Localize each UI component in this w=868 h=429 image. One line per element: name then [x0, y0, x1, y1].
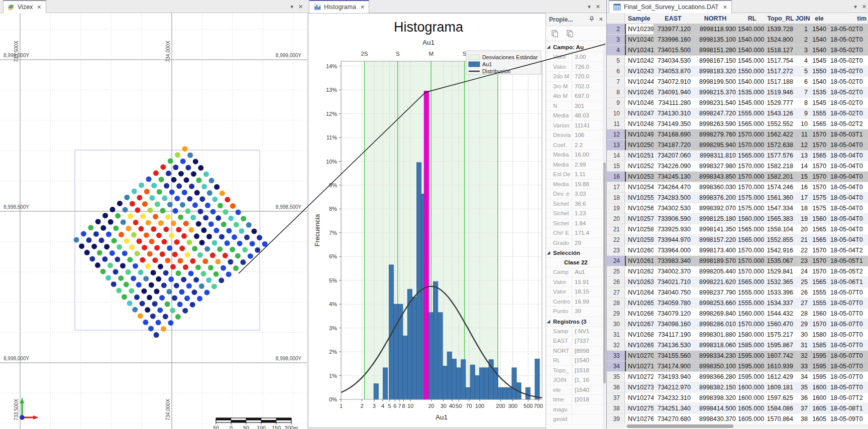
histogram-bar[interactable] — [512, 368, 516, 399]
cell-rl[interactable]: 1595.000 — [738, 372, 766, 382]
cell-rl[interactable]: 1570.000 — [738, 319, 766, 330]
cell-ele[interactable]: 1600 — [810, 393, 828, 403]
cell-tim[interactable]: 18-05-07T2 — [828, 393, 868, 403]
cell-join[interactable]: 13 — [795, 151, 810, 161]
table-row[interactable]: 34NV10271734174.9008998350.1001595.00016… — [607, 361, 868, 372]
column-header-north[interactable]: NORTH — [693, 13, 738, 24]
survey-point[interactable] — [181, 233, 187, 239]
cell-join[interactable]: 11 — [795, 129, 810, 140]
row-number[interactable]: 30 — [607, 319, 625, 330]
cell-tim[interactable]: 18-05-04T0 — [828, 161, 868, 172]
cell-east[interactable]: 734283.500 — [654, 193, 693, 203]
survey-point[interactable] — [81, 231, 86, 236]
cell-join[interactable]: 3 — [795, 45, 810, 56]
cell-tim[interactable]: 18-05-04T0 — [828, 140, 868, 151]
cell-topo_rl[interactable]: 1558.104 — [766, 224, 795, 235]
survey-point[interactable] — [158, 220, 164, 226]
cell-rl[interactable]: 1570.000 — [738, 245, 766, 256]
survey-point[interactable] — [196, 221, 201, 227]
survey-point[interactable] — [172, 295, 177, 301]
cell-join[interactable]: 24 — [795, 266, 810, 277]
survey-point[interactable] — [84, 250, 90, 255]
survey-point[interactable] — [226, 271, 232, 277]
cell-tim[interactable]: 18-05-07T0 — [828, 288, 868, 298]
cell-rl[interactable]: 1555.000 — [738, 298, 766, 309]
cell-topo_rl[interactable]: 1574.246 — [766, 182, 795, 193]
row-number[interactable]: 31 — [607, 330, 625, 340]
cell-rl[interactable]: 1575.000 — [738, 193, 766, 203]
survey-point[interactable] — [121, 219, 126, 225]
survey-point[interactable] — [241, 216, 246, 221]
cell-east[interactable]: 734059.780 — [654, 298, 693, 309]
cell-tim[interactable]: 18-05-04T0 — [828, 151, 868, 161]
cell-north[interactable]: 8998157.220 — [693, 235, 738, 245]
survey-point[interactable] — [232, 234, 237, 240]
survey-point[interactable] — [214, 184, 220, 190]
survey-point[interactable] — [151, 270, 156, 275]
survey-point[interactable] — [206, 277, 211, 283]
cell-rl[interactable]: 1605.000 — [738, 414, 766, 424]
survey-point[interactable] — [111, 281, 117, 287]
cell-north[interactable]: 8998135.100 — [693, 35, 738, 45]
survey-point[interactable] — [230, 247, 235, 252]
row-number[interactable]: 11 — [607, 119, 625, 129]
cell-east[interactable]: 734270.680 — [654, 414, 693, 424]
cell-sample[interactable]: NV10259 — [625, 235, 654, 245]
cell-sample[interactable]: NV10257 — [625, 214, 654, 224]
row-number[interactable]: 4 — [607, 45, 625, 56]
property-group-header[interactable]: ◢Selección — [546, 248, 603, 258]
row-number[interactable]: 34 — [607, 361, 625, 372]
table-row[interactable]: 11NV10248734149.3508998263.5901565.00015… — [607, 119, 868, 129]
survey-point[interactable] — [201, 271, 206, 276]
row-number[interactable]: 12 — [607, 129, 625, 140]
cell-east[interactable]: 734251.340 — [654, 403, 693, 414]
survey-point[interactable] — [95, 219, 101, 224]
cell-join[interactable]: 32 — [795, 351, 810, 361]
survey-point[interactable] — [159, 295, 165, 301]
table-row[interactable]: 33NV10270734155.5608998334.2301595.00016… — [607, 351, 868, 361]
cell-north[interactable]: 8998215.370 — [693, 87, 738, 98]
survey-point[interactable] — [137, 238, 142, 244]
survey-point[interactable] — [210, 209, 216, 214]
survey-point[interactable] — [193, 277, 199, 282]
survey-point[interactable] — [199, 240, 205, 245]
cell-east[interactable]: 733925.930 — [654, 224, 693, 235]
table-row[interactable]: 30NV10267734098.1608998286.0101570.00015… — [607, 319, 868, 330]
survey-point[interactable] — [146, 220, 151, 225]
survey-point[interactable] — [182, 190, 187, 195]
cell-sample[interactable]: NV10244 — [625, 77, 654, 87]
table-row[interactable]: 15NV10252734226.0908998327.9801570.00015… — [607, 161, 868, 172]
survey-point[interactable] — [153, 214, 158, 219]
survey-point[interactable] — [199, 196, 205, 202]
cell-east[interactable]: 734193.940 — [654, 372, 693, 382]
column-header-sample[interactable]: Sample — [625, 13, 654, 24]
survey-point[interactable] — [115, 257, 120, 262]
survey-point[interactable] — [179, 289, 184, 295]
row-number[interactable]: 21 — [607, 224, 625, 235]
cell-tim[interactable]: 18-05-02T0 — [828, 77, 868, 87]
table-row[interactable]: 31NV10268734117.1908998301.8801580.00015… — [607, 330, 868, 340]
row-number[interactable]: 15 — [607, 161, 625, 172]
survey-point[interactable] — [106, 232, 112, 237]
cell-ele[interactable]: 1535 — [810, 87, 828, 98]
cell-sample[interactable]: NV10262 — [625, 266, 654, 277]
cell-rl[interactable]: 1600.000 — [738, 382, 766, 393]
survey-point[interactable] — [215, 215, 221, 221]
cell-tim[interactable]: 18-05-02T0 — [828, 66, 868, 77]
survey-point[interactable] — [162, 196, 167, 201]
survey-point[interactable] — [211, 283, 217, 289]
cell-tim[interactable]: 18-05-07T0 — [828, 340, 868, 351]
survey-point[interactable] — [151, 226, 156, 232]
survey-point[interactable] — [145, 307, 150, 313]
tab-table-close-icon[interactable]: ✕ — [723, 4, 727, 11]
expander-icon[interactable]: ◢ — [547, 42, 550, 52]
cell-join[interactable]: 6 — [795, 77, 810, 87]
survey-point[interactable] — [215, 259, 221, 264]
survey-point[interactable] — [165, 302, 170, 307]
survey-point[interactable] — [203, 172, 209, 177]
row-number[interactable]: 27 — [607, 288, 625, 298]
cell-ele[interactable]: 1555 — [810, 298, 828, 309]
cell-tim[interactable]: 18-05-02T2 — [828, 119, 868, 129]
survey-point[interactable] — [120, 263, 126, 268]
cell-east[interactable]: 734015.500 — [654, 45, 693, 56]
